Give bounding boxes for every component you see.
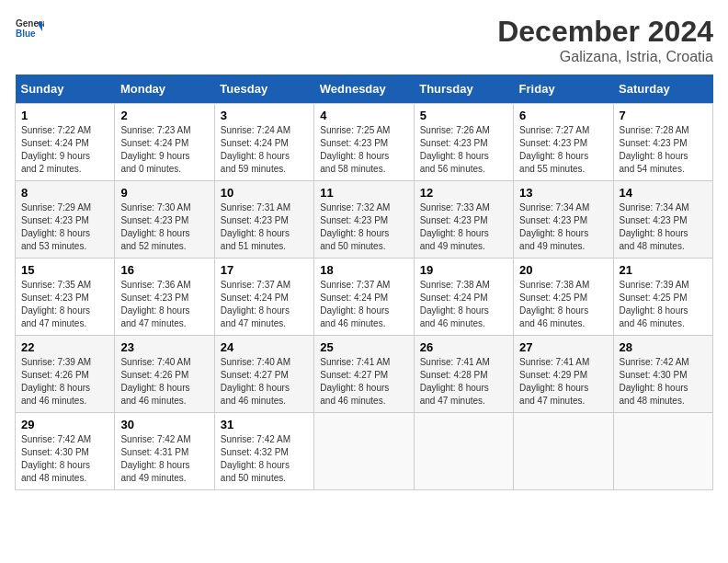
day-number: 18 [320,263,407,277]
day-detail: Sunrise: 7:25 AMSunset: 4:23 PMDaylight:… [320,125,390,174]
day-detail: Sunrise: 7:28 AMSunset: 4:23 PMDaylight:… [620,125,689,174]
day-detail: Sunrise: 7:35 AMSunset: 4:23 PMDaylight:… [21,280,91,328]
day-detail: Sunrise: 7:36 AMSunset: 4:23 PMDaylight:… [120,280,190,328]
table-cell: 12Sunrise: 7:33 AMSunset: 4:23 PMDayligh… [414,181,513,259]
day-detail: Sunrise: 7:34 AMSunset: 4:23 PMDaylight:… [620,202,689,251]
calendar-table: Sunday Monday Tuesday Wednesday Thursday… [15,75,713,490]
table-cell [314,413,414,490]
calendar-row: 29Sunrise: 7:42 AMSunset: 4:30 PMDayligh… [16,413,713,490]
table-cell: 11Sunrise: 7:32 AMSunset: 4:23 PMDayligh… [314,181,414,259]
day-detail: Sunrise: 7:24 AMSunset: 4:24 PMDaylight:… [221,125,290,174]
day-detail: Sunrise: 7:42 AMSunset: 4:32 PMDaylight:… [221,434,290,483]
table-cell [514,413,613,490]
day-detail: Sunrise: 7:42 AMSunset: 4:30 PMDaylight:… [21,434,91,483]
table-cell: 29Sunrise: 7:42 AMSunset: 4:30 PMDayligh… [16,413,115,490]
col-wednesday: Wednesday [314,75,414,104]
table-cell: 30Sunrise: 7:42 AMSunset: 4:31 PMDayligh… [115,413,214,490]
day-detail: Sunrise: 7:40 AMSunset: 4:26 PMDaylight:… [120,357,190,406]
day-number: 11 [320,186,407,200]
day-number: 27 [519,340,607,354]
day-detail: Sunrise: 7:37 AMSunset: 4:24 PMDaylight:… [221,280,290,328]
day-number: 30 [120,418,208,431]
table-cell: 31Sunrise: 7:42 AMSunset: 4:32 PMDayligh… [214,413,313,490]
col-saturday: Saturday [613,75,712,104]
day-number: 20 [519,263,607,277]
day-detail: Sunrise: 7:23 AMSunset: 4:24 PMDaylight:… [120,125,190,174]
calendar-body: 1Sunrise: 7:22 AMSunset: 4:24 PMDaylight… [16,104,713,490]
table-cell: 24Sunrise: 7:40 AMSunset: 4:27 PMDayligh… [214,336,313,413]
day-detail: Sunrise: 7:38 AMSunset: 4:24 PMDaylight:… [420,280,490,328]
day-number: 15 [21,263,108,277]
col-sunday: Sunday [16,75,115,104]
col-thursday: Thursday [414,75,513,104]
table-cell: 6Sunrise: 7:27 AMSunset: 4:23 PMDaylight… [514,104,613,181]
table-cell: 28Sunrise: 7:42 AMSunset: 4:30 PMDayligh… [613,336,712,413]
subtitle: Galizana, Istria, Croatia [497,49,713,65]
day-detail: Sunrise: 7:29 AMSunset: 4:23 PMDaylight:… [21,202,91,251]
day-number: 12 [420,186,507,200]
day-number: 10 [221,186,308,200]
table-cell: 17Sunrise: 7:37 AMSunset: 4:24 PMDayligh… [214,259,313,336]
day-detail: Sunrise: 7:37 AMSunset: 4:24 PMDaylight:… [320,280,390,328]
day-detail: Sunrise: 7:38 AMSunset: 4:25 PMDaylight:… [519,280,589,328]
day-number: 2 [120,109,208,122]
table-cell: 10Sunrise: 7:31 AMSunset: 4:23 PMDayligh… [214,181,313,259]
day-detail: Sunrise: 7:41 AMSunset: 4:29 PMDaylight:… [519,357,589,406]
table-cell: 18Sunrise: 7:37 AMSunset: 4:24 PMDayligh… [314,259,414,336]
day-detail: Sunrise: 7:31 AMSunset: 4:23 PMDaylight:… [221,202,290,251]
day-number: 28 [620,340,707,354]
table-cell: 4Sunrise: 7:25 AMSunset: 4:23 PMDaylight… [314,104,414,181]
title-block: December 2024 Galizana, Istria, Croatia [497,15,713,65]
day-number: 31 [221,418,308,431]
calendar-header-row: Sunday Monday Tuesday Wednesday Thursday… [16,75,713,104]
calendar-row: 22Sunrise: 7:39 AMSunset: 4:26 PMDayligh… [16,336,713,413]
table-cell: 3Sunrise: 7:24 AMSunset: 4:24 PMDaylight… [214,104,313,181]
table-cell: 27Sunrise: 7:41 AMSunset: 4:29 PMDayligh… [514,336,613,413]
day-number: 19 [420,263,507,277]
table-cell: 15Sunrise: 7:35 AMSunset: 4:23 PMDayligh… [16,259,115,336]
table-cell: 25Sunrise: 7:41 AMSunset: 4:27 PMDayligh… [314,336,414,413]
table-cell [414,413,513,490]
day-number: 3 [221,109,308,122]
day-number: 26 [420,340,507,354]
day-detail: Sunrise: 7:41 AMSunset: 4:28 PMDaylight:… [420,357,490,406]
day-number: 5 [420,109,507,122]
table-cell: 23Sunrise: 7:40 AMSunset: 4:26 PMDayligh… [115,336,214,413]
col-tuesday: Tuesday [214,75,313,104]
day-detail: Sunrise: 7:39 AMSunset: 4:25 PMDaylight:… [620,280,689,328]
day-number: 17 [221,263,308,277]
table-cell: 7Sunrise: 7:28 AMSunset: 4:23 PMDaylight… [613,104,712,181]
table-cell: 14Sunrise: 7:34 AMSunset: 4:23 PMDayligh… [613,181,712,259]
day-detail: Sunrise: 7:27 AMSunset: 4:23 PMDaylight:… [519,125,589,174]
table-cell: 9Sunrise: 7:30 AMSunset: 4:23 PMDaylight… [115,181,214,259]
day-number: 7 [620,109,707,122]
table-cell: 13Sunrise: 7:34 AMSunset: 4:23 PMDayligh… [514,181,613,259]
day-number: 23 [120,340,208,354]
day-number: 1 [21,109,108,122]
table-cell: 22Sunrise: 7:39 AMSunset: 4:26 PMDayligh… [16,336,115,413]
day-number: 21 [620,263,707,277]
table-cell: 20Sunrise: 7:38 AMSunset: 4:25 PMDayligh… [514,259,613,336]
table-cell: 21Sunrise: 7:39 AMSunset: 4:25 PMDayligh… [613,259,712,336]
table-cell: 8Sunrise: 7:29 AMSunset: 4:23 PMDaylight… [16,181,115,259]
calendar-row: 8Sunrise: 7:29 AMSunset: 4:23 PMDaylight… [16,181,713,259]
col-monday: Monday [115,75,214,104]
day-number: 13 [519,186,607,200]
day-detail: Sunrise: 7:22 AMSunset: 4:24 PMDaylight:… [21,125,91,174]
table-cell [613,413,712,490]
day-detail: Sunrise: 7:42 AMSunset: 4:30 PMDaylight:… [620,357,689,406]
day-number: 6 [519,109,607,122]
main-title: December 2024 [497,15,713,49]
table-cell: 1Sunrise: 7:22 AMSunset: 4:24 PMDaylight… [16,104,115,181]
day-number: 14 [620,186,707,200]
table-cell: 16Sunrise: 7:36 AMSunset: 4:23 PMDayligh… [115,259,214,336]
logo: General Blue [15,15,44,44]
day-detail: Sunrise: 7:40 AMSunset: 4:27 PMDaylight:… [221,357,290,406]
day-number: 16 [120,263,208,277]
page-header: General Blue December 2024 Galizana, Ist… [15,15,713,65]
svg-text:Blue: Blue [16,29,36,39]
day-detail: Sunrise: 7:30 AMSunset: 4:23 PMDaylight:… [120,202,190,251]
calendar-row: 1Sunrise: 7:22 AMSunset: 4:24 PMDaylight… [16,104,713,181]
table-cell: 2Sunrise: 7:23 AMSunset: 4:24 PMDaylight… [115,104,214,181]
table-cell: 26Sunrise: 7:41 AMSunset: 4:28 PMDayligh… [414,336,513,413]
